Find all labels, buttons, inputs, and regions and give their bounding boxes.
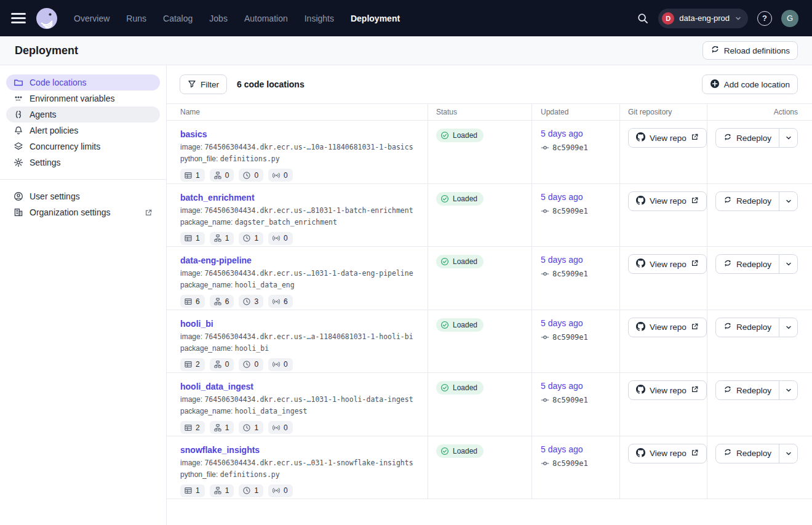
code-location-link[interactable]: basics [180, 129, 207, 139]
view-repo-button[interactable]: View repo [628, 380, 707, 400]
view-repo-button[interactable]: View repo [628, 128, 707, 148]
table-row: basics image: 764506304434.dkr.ecr.us-…1… [167, 121, 812, 184]
jobs-count-chip: 0 [210, 358, 234, 371]
search-icon[interactable] [637, 12, 649, 25]
sensor-icon [272, 234, 281, 242]
sidebar-footer-nav: User settingsOrganization settings [0, 188, 166, 220]
sidebar-item-user-settings[interactable]: User settings [6, 188, 160, 204]
external-link-icon [691, 323, 699, 332]
updated-timestamp-link[interactable]: 5 days ago [541, 444, 583, 454]
nav-item-overview[interactable]: Overview [74, 14, 109, 23]
updated-timestamp-link[interactable]: 5 days ago [541, 381, 583, 391]
code-location-link[interactable]: data-eng-pipeline [180, 255, 252, 265]
assets-count-chip: 2 [180, 358, 205, 371]
code-location-link[interactable]: hooli_data_ingest [180, 382, 253, 391]
redeploy-button[interactable]: Redeploy [716, 318, 779, 337]
updated-timestamp-link[interactable]: 5 days ago [541, 255, 583, 265]
clock-icon [242, 486, 251, 495]
view-repo-button[interactable]: View repo [628, 318, 707, 337]
header-git-repository: Git repository [620, 104, 707, 120]
help-icon[interactable]: ? [757, 11, 772, 26]
nav-item-jobs[interactable]: Jobs [209, 14, 228, 23]
jobs-graph-icon [213, 360, 222, 369]
view-repo-button[interactable]: View repo [628, 444, 707, 463]
sensor-icon [272, 423, 281, 432]
sidebar-item-label: Agents [30, 110, 57, 119]
redeploy-dropdown-button[interactable] [779, 381, 797, 399]
commit-line: 8c5909e1 [541, 207, 619, 215]
deployment-badge: D [662, 12, 674, 25]
assets-count-chip: 1 [180, 169, 205, 182]
code-location-link[interactable]: snowflake_insights [180, 445, 260, 455]
deployment-switcher[interactable]: D data-eng-prod [658, 9, 748, 28]
nav-item-insights[interactable]: Insights [304, 14, 334, 23]
github-icon [636, 132, 645, 143]
redeploy-button[interactable]: Redeploy [716, 255, 779, 273]
hamburger-menu-icon[interactable] [11, 13, 26, 23]
schedules-count-chip: 3 [239, 295, 263, 308]
avatar[interactable]: G [781, 10, 798, 27]
redeploy-icon [723, 385, 732, 396]
reload-icon [710, 45, 720, 56]
nav-item-automation[interactable]: Automation [244, 14, 288, 23]
updated-timestamp-link[interactable]: 5 days ago [541, 318, 583, 328]
chevron-down-icon [734, 15, 742, 22]
bell-icon [14, 126, 23, 135]
gear-icon [14, 158, 23, 167]
assets-icon [184, 360, 193, 369]
nav-item-catalog[interactable]: Catalog [163, 14, 193, 23]
sidebar-item-code-locations[interactable]: Code locations [6, 74, 160, 90]
redeploy-button[interactable]: Redeploy [716, 192, 779, 210]
redeploy-button[interactable]: Redeploy [716, 381, 779, 399]
sidebar-item-organization-settings[interactable]: Organization settings [6, 204, 160, 220]
redeploy-split-button: Redeploy [715, 191, 798, 211]
view-repo-button[interactable]: View repo [628, 254, 707, 274]
jobs-count-chip: 1 [210, 484, 234, 497]
add-code-location-button[interactable]: Add code location [702, 74, 798, 94]
status-badge: Loaded [436, 381, 484, 395]
updated-timestamp-link[interactable]: 5 days ago [541, 192, 583, 202]
file-line: package_name: hooli_bi [180, 344, 418, 353]
code-location-link[interactable]: batch_enrichment [180, 193, 255, 202]
table-row: snowflake_insights image: 764506304434.d… [167, 436, 812, 500]
sensor-icon [272, 297, 281, 306]
schedules-count-chip: 0 [239, 358, 263, 371]
sidebar-item-agents[interactable]: Agents [6, 106, 160, 122]
dagster-logo-icon[interactable] [36, 7, 58, 30]
redeploy-button[interactable]: Redeploy [716, 129, 779, 147]
agents-icon [14, 110, 23, 119]
view-repo-button[interactable]: View repo [628, 191, 707, 211]
filter-button[interactable]: Filter [180, 74, 227, 94]
sidebar-item-concurrency-limits[interactable]: Concurrency limits [6, 138, 160, 154]
table-row: batch_enrichment image: 764506304434.dkr… [167, 184, 812, 247]
updated-timestamp-link[interactable]: 5 days ago [541, 129, 583, 138]
redeploy-dropdown-button[interactable] [779, 318, 797, 337]
nav-item-runs[interactable]: Runs [126, 14, 146, 23]
image-line: image: 764506304434.dkr.ecr.us-…1031-1-h… [180, 395, 418, 404]
redeploy-dropdown-button[interactable] [779, 444, 797, 463]
assets-icon [184, 297, 193, 306]
jobs-count-chip: 6 [210, 295, 234, 308]
jobs-graph-icon [213, 171, 222, 180]
external-link-icon [691, 133, 699, 143]
table-header-row: Name Status Updated Git repository Actio… [167, 103, 812, 121]
nav-item-deployment[interactable]: Deployment [351, 14, 400, 23]
redeploy-dropdown-button[interactable] [779, 192, 797, 210]
sidebar-item-label: Concurrency limits [30, 142, 100, 151]
assets-count-chip: 6 [180, 295, 205, 308]
redeploy-dropdown-button[interactable] [779, 255, 797, 273]
count-chips: 1 0 0 0 [180, 169, 418, 182]
check-circle-icon [440, 194, 449, 203]
redeploy-button[interactable]: Redeploy [716, 444, 779, 463]
redeploy-split-button: Redeploy [715, 380, 798, 400]
check-circle-icon [440, 447, 449, 455]
github-icon [636, 258, 645, 270]
reload-definitions-button[interactable]: Reload definitions [703, 41, 798, 60]
sidebar-item-alert-policies[interactable]: Alert policies [6, 122, 160, 138]
sidebar-item-settings[interactable]: Settings [6, 154, 160, 170]
code-location-link[interactable]: hooli_bi [180, 319, 213, 329]
sidebar-item-environment-variables[interactable]: Environment variables [6, 90, 160, 106]
redeploy-dropdown-button[interactable] [779, 129, 797, 147]
git-commit-icon [541, 270, 549, 278]
assets-icon [184, 234, 193, 242]
